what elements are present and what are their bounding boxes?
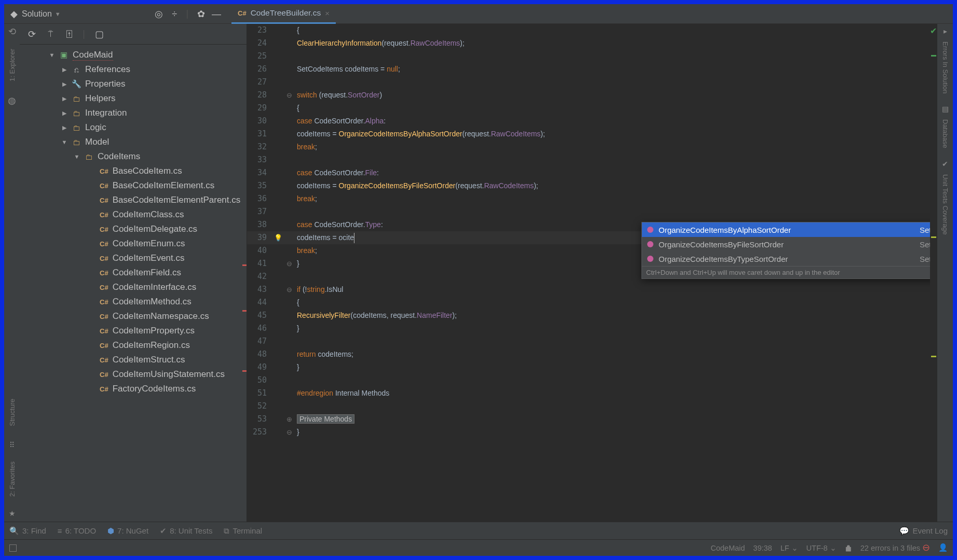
tree-file[interactable]: C#CodeItemProperty.cs: [20, 324, 247, 338]
tree-node-model[interactable]: ▼ 🗀 Model: [20, 135, 247, 149]
divide-icon[interactable]: ÷: [170, 9, 179, 19]
sync-icon[interactable]: ⟳: [26, 29, 37, 40]
chevron-right-icon[interactable]: ▶: [61, 110, 67, 117]
line-number: 34: [247, 166, 272, 179]
tree-file[interactable]: C#FactoryCodeItems.cs: [20, 382, 247, 396]
explorer-toolbar: ⟳ ⍑ ⍐ │ ▢: [20, 24, 247, 45]
tree-file[interactable]: C#CodeItemMethod.cs: [20, 295, 247, 309]
tree-node-properties[interactable]: ▶ 🔧 Properties: [20, 77, 247, 91]
status-encoding[interactable]: UTF-8 ⌄: [806, 544, 837, 552]
tool-find[interactable]: 🔍3: Find: [9, 526, 46, 536]
gear-icon[interactable]: ✿: [196, 9, 206, 19]
code-token: break: [297, 246, 315, 255]
tree-file[interactable]: C#CodeItemEnum.cs: [20, 236, 247, 251]
references-icon: ⎌: [72, 65, 81, 74]
tree-file[interactable]: C#CodeItemEvent.cs: [20, 251, 247, 265]
chevron-right-icon[interactable]: ▶: [61, 66, 67, 73]
code-token: (codeItems, request.: [350, 311, 417, 319]
tree-node-references[interactable]: ▶ ⎌ References: [20, 62, 247, 77]
tab-favorites[interactable]: 2: Favorites: [8, 458, 16, 500]
tool-unit-tests[interactable]: ✔8: Unit Tests: [160, 526, 212, 536]
tree-node-codeitems[interactable]: ▼ 🗀 CodeItems: [20, 149, 247, 164]
solution-dropdown[interactable]: ◆ Solution ▼: [9, 9, 61, 19]
collapse-all-icon[interactable]: ⍐: [63, 29, 75, 39]
tab-structure[interactable]: Structure: [8, 396, 16, 429]
tree-label: CodeItemClass.cs: [113, 209, 184, 220]
hector-icon[interactable]: 👤: [938, 543, 948, 552]
chevron-right-icon[interactable]: ▶: [61, 81, 67, 88]
autocomplete-item[interactable]: OrganizeCodeItemsByTypeSortOrder SetCode…: [642, 251, 930, 266]
minimize-icon[interactable]: —: [212, 9, 221, 19]
svg-point-2: [647, 256, 653, 262]
code-token: ;: [315, 246, 317, 255]
window-frame: ◆ Solution ▼ ◎ ÷ │ ✿ — C# CodeTreeBuilde…: [4, 4, 953, 556]
main-area: ⟲ 1: Explorer ◍ Structure ⠿ 2: Favorites…: [4, 24, 953, 522]
chevron-right-icon[interactable]: ▶: [61, 95, 67, 102]
chevron-right-icon[interactable]: ▶: [61, 124, 67, 131]
tree-file[interactable]: C#CodeItemInterface.cs: [20, 280, 247, 295]
tool-label: Event Log: [912, 526, 948, 535]
status-line-ending[interactable]: LF ⌄: [781, 544, 798, 552]
tree-node-logic[interactable]: ▶ 🗀 Logic: [20, 120, 247, 135]
tab-unit-tests-coverage[interactable]: Unit Tests Coverage: [941, 171, 949, 238]
editor-overview-ruler[interactable]: ✔: [930, 24, 937, 522]
project-tree[interactable]: ▼ ▣ CodeMaid ▶ ⎌ References ▶ 🔧 Properti…: [20, 45, 247, 522]
csharp-file-icon: C#: [100, 269, 108, 277]
db-icon[interactable]: ◍: [7, 96, 17, 105]
collapse-icon[interactable]: ⟲: [7, 27, 17, 36]
tree-node-project[interactable]: ▼ ▣ CodeMaid: [20, 48, 247, 62]
tree-node-integration[interactable]: ▶ 🗀 Integration: [20, 106, 247, 120]
csharp-file-icon: C#: [100, 298, 108, 306]
tab-database[interactable]: Database: [941, 116, 949, 151]
tree-label: BaseCodeItem.cs: [113, 166, 182, 176]
tool-event-log[interactable]: 💬Event Log: [899, 526, 948, 536]
autocomplete-item[interactable]: OrganizeCodeItemsByFileSortOrder SetCode…: [642, 237, 930, 251]
tree-file[interactable]: C#BaseCodeItem.cs: [20, 164, 247, 178]
tree-file[interactable]: C#BaseCodeItemElementParent.cs: [20, 193, 247, 207]
close-icon[interactable]: ×: [325, 9, 330, 18]
tab-explorer[interactable]: 1: Explorer: [8, 46, 16, 85]
autocomplete-popup[interactable]: OrganizeCodeItemsByAlphaSortOrder SetCod…: [641, 222, 930, 279]
status-errors[interactable]: 22 errors in 3 files ⊖: [860, 544, 930, 552]
code-token: codeItems =: [297, 130, 339, 138]
tool-terminal[interactable]: ⧉Terminal: [224, 526, 262, 536]
tab-codetreebuilder[interactable]: C# CodeTreeBuilder.cs ×: [231, 4, 336, 24]
status-caret-pos[interactable]: 39:38: [753, 544, 772, 552]
tree-file[interactable]: C#CodeItemStruct.cs: [20, 353, 247, 367]
tree-node-helpers[interactable]: ▶ 🗀 Helpers: [20, 91, 247, 106]
line-number: 32: [247, 141, 272, 153]
tool-nuget[interactable]: ⬢7: NuGet: [107, 526, 148, 536]
tree-file[interactable]: C#CodeItemRegion.cs: [20, 338, 247, 353]
tree-file[interactable]: C#BaseCodeItemElement.cs: [20, 178, 247, 193]
target-icon[interactable]: ◎: [154, 9, 163, 19]
code-token: null: [387, 65, 398, 73]
tool-window-toggle-icon[interactable]: [9, 544, 17, 552]
collapsed-region[interactable]: Private Methods: [297, 414, 354, 424]
preview-icon[interactable]: ▢: [94, 29, 105, 40]
autocomplete-item[interactable]: OrganizeCodeItemsByAlphaSortOrder SetCod…: [642, 222, 930, 237]
tree-file[interactable]: C#CodeItemNamespace.cs: [20, 309, 247, 324]
tool-todo[interactable]: ≡6: TODO: [58, 526, 96, 535]
code-token: Alpha: [365, 117, 384, 125]
line-number: 28: [247, 89, 272, 102]
line-number: 40: [247, 244, 272, 257]
chevron-down-icon[interactable]: ▼: [74, 153, 80, 160]
bulb-icon[interactable]: 💡: [272, 231, 284, 244]
line-number: 26: [247, 63, 272, 76]
chevron-down-icon[interactable]: ▼: [61, 139, 67, 145]
tab-errors-in-solution[interactable]: Errors In Solution: [941, 38, 949, 96]
csharp-file-icon: C#: [100, 226, 108, 233]
status-project[interactable]: CodeMaid: [710, 544, 745, 552]
tree-file[interactable]: C#CodeItemField.cs: [20, 265, 247, 280]
show-all-icon[interactable]: ⍑: [45, 29, 56, 39]
code-token: OrganizeCodeItemsByFileSortOrder: [339, 181, 456, 190]
chevron-down-icon[interactable]: ▼: [49, 52, 55, 58]
tree-file[interactable]: C#CodeItemUsingStatement.cs: [20, 367, 247, 382]
tree-file[interactable]: C#CodeItemDelegate.cs: [20, 222, 247, 236]
lock-icon[interactable]: [845, 544, 852, 552]
tree-file[interactable]: C#CodeItemClass.cs: [20, 207, 247, 222]
tree-label: CodeItemProperty.cs: [113, 326, 195, 336]
code-token: }: [297, 259, 299, 268]
tree-label: CodeItemEnum.cs: [113, 239, 185, 249]
code-editor[interactable]: 23 { 24 ClearHierarchyInformation(reques…: [247, 24, 937, 522]
